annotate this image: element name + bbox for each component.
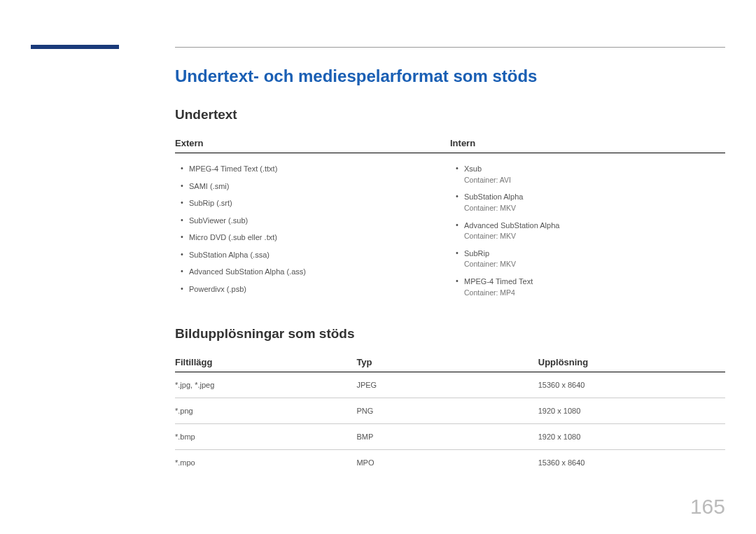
col-ext: Filtillägg <box>175 353 356 372</box>
item-label: Advanced SubStation Alpha (.ass) <box>189 267 306 276</box>
item-label: Micro DVD (.sub eller .txt) <box>189 233 277 241</box>
cell-ext: *.mpo <box>175 450 356 476</box>
item-label: SubRip (.srt) <box>189 199 232 207</box>
extern-list: MPEG-4 Timed Text (.ttxt) SAMI (.smi) Su… <box>175 160 450 297</box>
main-title: Undertext- och mediespelarformat som stö… <box>175 66 725 86</box>
list-item: SAMI (.smi) <box>189 178 450 195</box>
intern-cell: XsubContainer: AVI SubStation AlphaConta… <box>450 153 725 302</box>
cell-ext: *.jpg, *.jpeg <box>175 372 356 398</box>
item-label: SubRip <box>464 249 489 258</box>
cell-type: PNG <box>356 398 538 424</box>
col-intern: Intern <box>450 134 725 153</box>
section-resolutions: Bildupplösningar som stöds <box>175 326 725 342</box>
list-item: SubRip (.srt) <box>189 195 450 212</box>
list-item: MPEG-4 Timed TextContainer: MP4 <box>464 273 725 301</box>
cell-type: JPEG <box>356 372 538 398</box>
item-label: SubStation Alpha (.ssa) <box>189 251 270 259</box>
item-label: MPEG-4 Timed Text (.ttxt) <box>189 164 277 173</box>
item-label: Powerdivx (.psb) <box>189 285 246 293</box>
col-res: Upplösning <box>538 353 725 372</box>
item-label: Advanced SubStation Alpha <box>464 221 559 230</box>
list-item: Micro DVD (.sub eller .txt) <box>189 229 450 246</box>
cell-res: 1920 x 1080 <box>538 398 725 424</box>
item-label: MPEG-4 Timed Text <box>464 277 533 286</box>
list-item: SubRipContainer: MKV <box>464 245 725 273</box>
page-content: Undertext- och mediespelarformat som stö… <box>175 66 725 475</box>
col-type: Typ <box>356 353 538 372</box>
cell-ext: *.png <box>175 398 356 424</box>
item-label: SubViewer (.sub) <box>189 216 248 225</box>
list-item: SubViewer (.sub) <box>189 212 450 230</box>
accent-bar <box>31 45 119 49</box>
list-item: Powerdivx (.psb) <box>189 281 450 298</box>
table-row: *.bmp BMP 1920 x 1080 <box>175 424 725 450</box>
list-item: SubStation Alpha (.ssa) <box>189 246 450 264</box>
table-row: *.jpg, *.jpeg JPEG 15360 x 8640 <box>175 372 725 398</box>
extern-cell: MPEG-4 Timed Text (.ttxt) SAMI (.smi) Su… <box>175 153 450 302</box>
item-label: SubStation Alpha <box>464 192 523 201</box>
resolution-table: Filtillägg Typ Upplösning *.jpg, *.jpeg … <box>175 353 725 475</box>
list-item: MPEG-4 Timed Text (.ttxt) <box>189 160 450 178</box>
item-container: Container: MKV <box>464 231 725 242</box>
table-row: *.png PNG 1920 x 1080 <box>175 398 725 424</box>
cell-res: 1920 x 1080 <box>538 424 725 450</box>
table-row: *.mpo MPO 15360 x 8640 <box>175 450 725 476</box>
item-container: Container: MKV <box>464 203 725 214</box>
item-container: Container: MP4 <box>464 288 725 299</box>
list-item: SubStation AlphaContainer: MKV <box>464 188 725 216</box>
subtitle-format-table: Extern Intern MPEG-4 Timed Text (.ttxt) … <box>175 134 725 301</box>
section-subtitle: Undertext <box>175 107 725 122</box>
cell-type: BMP <box>356 424 538 450</box>
item-container: Container: AVI <box>464 175 725 186</box>
page-number: 165 <box>690 495 725 519</box>
list-item: Advanced SubStation AlphaContainer: MKV <box>464 217 725 245</box>
cell-res: 15360 x 8640 <box>538 372 725 398</box>
col-extern: Extern <box>175 134 450 153</box>
list-item: XsubContainer: AVI <box>464 160 725 188</box>
cell-type: MPO <box>356 450 538 476</box>
cell-res: 15360 x 8640 <box>538 450 725 476</box>
top-rule <box>175 47 725 48</box>
item-container: Container: MKV <box>464 259 725 270</box>
cell-ext: *.bmp <box>175 424 356 450</box>
list-item: Advanced SubStation Alpha (.ass) <box>189 263 450 281</box>
intern-list: XsubContainer: AVI SubStation AlphaConta… <box>450 160 725 301</box>
item-label: Xsub <box>464 164 482 173</box>
item-label: SAMI (.smi) <box>189 182 229 190</box>
